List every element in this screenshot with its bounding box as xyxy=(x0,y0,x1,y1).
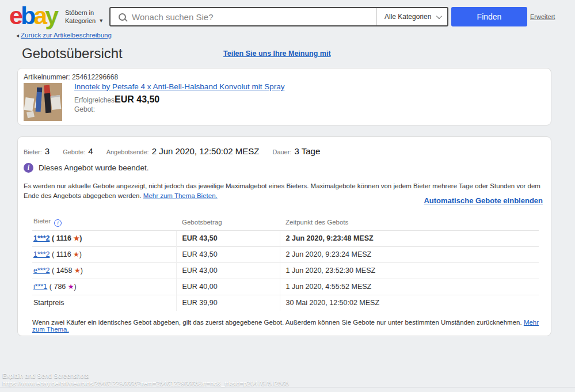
start-price-label: Startpreis xyxy=(32,295,176,311)
item-number: Artikelnummer: 254612296668 xyxy=(24,73,118,81)
bid-amount: EUR 43,50 xyxy=(176,230,280,246)
search-input[interactable]: Wonach suchen Sie? xyxy=(132,12,376,22)
page-url-text: https://www.ebay.de/bfl/viewbids/2546122… xyxy=(2,380,289,387)
bid-row: e***2 ( 1458 ★) EUR 43,00 1 Jun 2020, 23… xyxy=(32,262,539,279)
browse-label-line2: Kategorien xyxy=(65,17,96,24)
bidders-count: 3 xyxy=(45,146,49,156)
bid-amount: EUR 43,00 xyxy=(176,262,280,279)
feedback-score: 786 xyxy=(54,283,66,291)
bidder-link[interactable]: 1***2 xyxy=(33,250,50,258)
item-thumbnail[interactable] xyxy=(24,83,62,121)
advanced-search-link[interactable]: Erweitert xyxy=(530,13,555,20)
bid-time: 2 Jun 2020, 9:23:24 MESZ xyxy=(280,246,539,262)
show-automatic-bids-link[interactable]: Automatische Gebote einblenden xyxy=(424,196,543,205)
browse-label-line1: Stöbern in xyxy=(65,9,94,16)
back-to-item-link[interactable]: ◂Zurück zur Artikelbeschreibung xyxy=(16,32,112,39)
bid-table: Bieteri Gebotsbetrag Zeitpunkt des Gebot… xyxy=(32,214,539,311)
category-selected-value: Alle Kategorien xyxy=(384,13,431,21)
info-icon: i xyxy=(24,163,33,173)
end-time-label: Angebotsende: xyxy=(106,149,149,155)
feedback-star-icon: ★ xyxy=(74,234,80,242)
auction-meta: Bieter: 3 Gebote: 4 Angebotsende: 2 Jun … xyxy=(24,146,333,156)
screenshot-extension-title: Explain and Send Screenshots xyxy=(2,372,89,379)
feedback-star-icon: ★ xyxy=(73,250,79,258)
bid-amount: EUR 39,90 xyxy=(176,295,280,311)
bids-count: 4 xyxy=(88,146,93,156)
bid-row: i***1 ( 786 ★) EUR 40,00 1 Jun 2020, 4:5… xyxy=(32,279,539,295)
bid-table-header-row: Bieteri Gebotsbetrag Zeitpunkt des Gebot… xyxy=(32,214,539,230)
thumbnail-art xyxy=(51,95,62,110)
winning-bid-amount: EUR 43,50 xyxy=(115,94,159,105)
bid-amount: EUR 43,50 xyxy=(176,246,280,262)
duration-value: 3 Tage xyxy=(294,146,320,156)
feedback-score: 1116 xyxy=(56,250,71,258)
ebay-logo[interactable]: ebay xyxy=(9,3,56,28)
feedback-score: 1116 xyxy=(56,234,71,242)
feedback-star-icon: ★ xyxy=(68,283,74,291)
category-dropdown[interactable]: Alle Kategorien xyxy=(376,8,447,25)
amount-column-header: Gebotsbetrag xyxy=(176,214,280,230)
back-arrow-icon: ◂ xyxy=(16,32,19,39)
thumbnail-art xyxy=(26,111,35,118)
winning-bid-label: Erfolgreiches Gebot: xyxy=(74,96,112,114)
more-about-bidding-link[interactable]: Mehr zum Thema Bieten. xyxy=(143,192,218,199)
thumbnail-art xyxy=(24,97,35,111)
end-time-value: 2 Jun 2020, 12:50:02 MESZ xyxy=(152,146,260,156)
logo-letter: y xyxy=(45,3,56,28)
bid-time: 2 Jun 2020, 9:23:48 MESZ xyxy=(280,230,539,246)
logo-letter: e xyxy=(9,3,21,28)
thumbnail-art xyxy=(36,87,43,112)
bid-time: 1 Jun 2020, 23:52:30 MESZ xyxy=(280,262,539,279)
bidder-link[interactable]: e***2 xyxy=(33,267,50,275)
chevron-down-icon xyxy=(436,13,442,19)
find-button[interactable]: Finden xyxy=(451,7,527,26)
bidders-label: Bieter: xyxy=(24,149,42,155)
ended-notice: i Dieses Angebot wurde beendet. xyxy=(24,163,148,173)
logo-letter: a xyxy=(33,3,45,28)
bidder-link[interactable]: 1***2 xyxy=(33,234,50,242)
bid-rules-note: Wenn zwei Käufer ein identisches Gebot a… xyxy=(32,319,544,333)
bid-time: 30 Mai 2020, 12:50:02 MESZ xyxy=(280,295,539,311)
bids-label: Gebote: xyxy=(63,149,85,155)
start-price-row: Startpreis EUR 39,90 30 Mai 2020, 12:50:… xyxy=(32,295,539,311)
search-bar[interactable]: Wonach suchen Sie? Alle Kategorien xyxy=(109,7,448,26)
feedback-star-icon: ★ xyxy=(74,267,81,275)
item-summary-panel: Artikelnummer: 254612296668 Innotek by P… xyxy=(17,68,551,125)
ended-notice-text: Dieses Angebot wurde beendet. xyxy=(39,163,148,172)
overlay-divider xyxy=(0,387,575,387)
bid-time: 1 Jun 2020, 4:55:52 MESZ xyxy=(280,279,539,295)
feedback-link[interactable]: Teilen Sie uns Ihre Meinung mit xyxy=(223,50,331,58)
bidder-column-header: Bieteri xyxy=(32,214,176,230)
browse-categories-menu[interactable]: Stöbern in Kategorien▼ xyxy=(65,9,104,25)
bid-row: 1***2 ( 1116 ★) EUR 43,50 2 Jun 2020, 9:… xyxy=(32,230,539,246)
bidder-link[interactable]: i***1 xyxy=(33,283,47,291)
duration-label: Dauer: xyxy=(272,149,291,155)
feedback-score: 1458 xyxy=(56,267,73,275)
search-icon xyxy=(119,13,126,21)
item-title-link[interactable]: Innotek by Petsafe 4 x Anti-Bell-Halsban… xyxy=(74,82,284,91)
bid-row: 1***2 ( 1116 ★) EUR 43,50 2 Jun 2020, 9:… xyxy=(32,246,539,262)
info-icon[interactable]: i xyxy=(54,219,62,227)
bid-history-panel: Bieter: 3 Gebote: 4 Angebotsende: 2 Jun … xyxy=(17,136,551,336)
chevron-down-icon: ▼ xyxy=(98,18,104,25)
logo-letter: b xyxy=(21,3,33,28)
page-title: Gebotsübersicht xyxy=(22,45,123,62)
bid-amount: EUR 40,00 xyxy=(176,279,280,295)
time-column-header: Zeitpunkt des Gebots xyxy=(280,214,539,230)
